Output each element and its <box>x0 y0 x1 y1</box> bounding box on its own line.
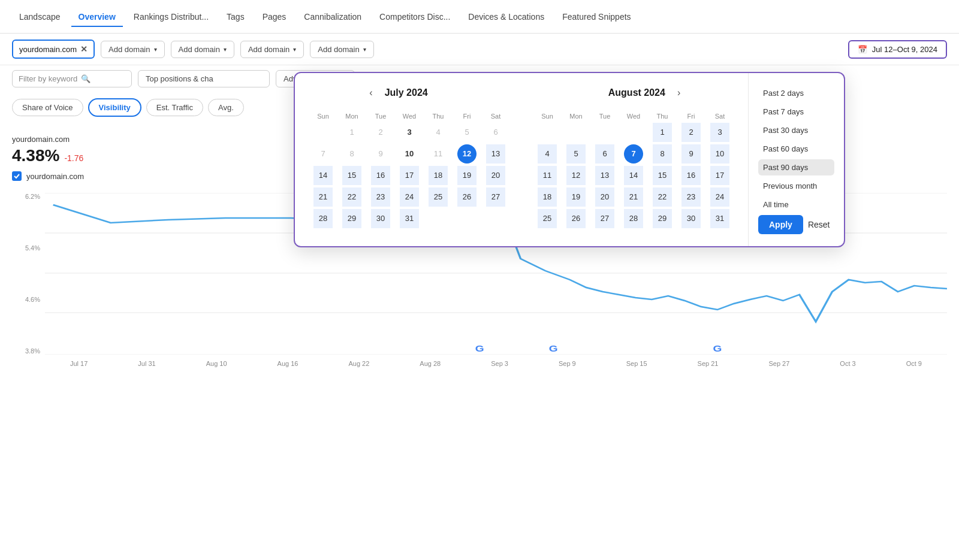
calendar-day[interactable]: 24 <box>710 187 729 207</box>
calendar-day-header: Sat <box>482 110 509 122</box>
calendar-day[interactable]: 11 <box>538 166 557 185</box>
preset-item[interactable]: Past 7 days <box>758 104 834 120</box>
add-domain-button-4[interactable]: Add domain▾ <box>310 41 373 58</box>
chevron-down-icon: ▾ <box>224 46 227 53</box>
nav-item-landscape[interactable]: Landscape <box>12 7 68 26</box>
calendar-day[interactable]: 27 <box>486 187 505 207</box>
calendar-day[interactable]: 31 <box>710 209 729 228</box>
calendar-day[interactable]: 23 <box>371 187 390 207</box>
nav-item-cannibalization[interactable]: Cannibalization <box>297 7 369 26</box>
calendar-day[interactable]: 3 <box>400 123 419 142</box>
calendar-day[interactable]: 30 <box>681 209 701 228</box>
calendar-day[interactable]: 2 <box>371 123 390 142</box>
calendar-day[interactable]: 17 <box>710 166 729 185</box>
calendar-day[interactable]: 25 <box>429 187 448 207</box>
nav-item-rankings[interactable]: Rankings Distribut... <box>126 7 216 26</box>
nav-item-competitors[interactable]: Competitors Disc... <box>372 7 457 26</box>
tab-traffic[interactable]: Est. Traffic <box>146 99 203 116</box>
tab-avg[interactable]: Avg. <box>208 99 244 116</box>
calendar-day[interactable]: 18 <box>538 187 557 207</box>
calendar-day[interactable]: 31 <box>400 209 419 228</box>
calendar-day[interactable]: 2 <box>681 123 701 142</box>
keyword-filter[interactable]: Filter by keyword🔍 <box>12 70 132 87</box>
calendar-day-header: Thu <box>649 110 676 122</box>
nav-item-overview[interactable]: Overview <box>71 7 123 26</box>
calendar-day[interactable]: 29 <box>342 209 361 228</box>
calendar-day[interactable]: 27 <box>595 209 614 228</box>
calendar-day[interactable]: 12 <box>566 166 586 185</box>
calendar-day[interactable]: 1 <box>653 123 672 142</box>
tab-sov[interactable]: Share of Voice <box>12 99 83 116</box>
calendar-day[interactable]: 12 <box>457 144 477 164</box>
calendar-day[interactable]: 20 <box>595 187 614 207</box>
calendar-day[interactable]: 5 <box>566 144 586 164</box>
apply-button[interactable]: Apply <box>758 215 803 234</box>
calendar-day[interactable]: 24 <box>400 187 419 207</box>
calendar-day[interactable]: 14 <box>624 166 643 185</box>
add-domain-button-2[interactable]: Add domain▾ <box>171 41 234 58</box>
calendar-day[interactable]: 8 <box>653 144 672 164</box>
calendar-day[interactable]: 21 <box>313 187 333 207</box>
calendar-day[interactable]: 7 <box>624 144 643 164</box>
tab-visibility[interactable]: Visibility <box>88 98 141 117</box>
calendar-day[interactable]: 17 <box>400 166 419 185</box>
calendar-day[interactable]: 16 <box>371 166 390 185</box>
calendar-day-header: Wed <box>396 110 423 122</box>
add-domain-button-1[interactable]: Add domain▾ <box>101 41 164 58</box>
calendar-day[interactable]: 13 <box>595 166 614 185</box>
calendar-day[interactable]: 18 <box>429 166 448 185</box>
calendar-day[interactable]: 22 <box>342 187 361 207</box>
calendar-day[interactable]: 19 <box>457 166 477 185</box>
left-calendar: ‹ July 2024 SunMonTueWedThuFriSat 123456… <box>309 85 509 234</box>
calendar-day[interactable]: 6 <box>486 123 505 142</box>
preset-item[interactable]: All time <box>758 196 834 213</box>
calendar-day[interactable]: 30 <box>371 209 390 228</box>
calendar-day[interactable]: 29 <box>653 209 672 228</box>
reset-button[interactable]: Reset <box>808 220 830 229</box>
calendar-day[interactable]: 3 <box>710 123 729 142</box>
calendar-day[interactable]: 23 <box>681 187 701 207</box>
calendar-day[interactable]: 26 <box>566 209 586 228</box>
nav-item-tags[interactable]: Tags <box>219 7 252 26</box>
calendar-day[interactable]: 13 <box>486 144 505 164</box>
calendar-day[interactable]: 26 <box>457 187 477 207</box>
preset-item[interactable]: Past 60 days <box>758 141 834 157</box>
calendar-day[interactable]: 4 <box>538 144 557 164</box>
preset-item[interactable]: Past 30 days <box>758 122 834 138</box>
nav-item-snippets[interactable]: Featured Snippets <box>555 7 638 26</box>
calendar-day[interactable]: 5 <box>457 123 477 142</box>
calendar-day[interactable]: 4 <box>429 123 448 142</box>
preset-item[interactable]: Previous month <box>758 178 834 194</box>
close-icon[interactable]: ✕ <box>80 44 88 54</box>
calendar-day[interactable]: 8 <box>342 144 361 164</box>
calendar-day[interactable]: 11 <box>429 144 448 164</box>
calendar-day[interactable]: 28 <box>624 209 643 228</box>
nav-item-pages[interactable]: Pages <box>255 7 294 26</box>
preset-item[interactable]: Past 2 days <box>758 85 834 101</box>
calendar-day[interactable]: 16 <box>681 166 701 185</box>
calendar-day[interactable]: 15 <box>342 166 361 185</box>
calendar-day[interactable]: 10 <box>710 144 729 164</box>
calendar-day[interactable]: 10 <box>400 144 419 164</box>
calendar-day[interactable]: 9 <box>681 144 701 164</box>
calendar-day[interactable]: 22 <box>653 187 672 207</box>
calendar-day[interactable]: 25 <box>538 209 557 228</box>
calendar-day[interactable]: 21 <box>624 187 643 207</box>
date-range-button[interactable]: 📅Jul 12–Oct 9, 2024 <box>848 40 947 59</box>
nav-item-devices[interactable]: Devices & Locations <box>461 7 551 26</box>
calendar-day[interactable]: 28 <box>313 209 333 228</box>
preset-item[interactable]: Past 90 days <box>758 159 834 175</box>
calendar-day[interactable]: 6 <box>595 144 614 164</box>
calendar-day[interactable]: 19 <box>566 187 586 207</box>
next-month-button[interactable]: › <box>672 85 685 101</box>
prev-month-button[interactable]: ‹ <box>364 85 377 101</box>
calendar-day[interactable]: 20 <box>486 166 505 185</box>
calendar-day[interactable]: 1 <box>342 123 361 142</box>
calendar-day[interactable]: 9 <box>371 144 390 164</box>
calendar-day[interactable]: 7 <box>313 144 333 164</box>
add-domain-button-3[interactable]: Add domain▾ <box>240 41 304 58</box>
calendar-day[interactable]: 14 <box>313 166 333 185</box>
chart-percentage: 4.38% <box>12 146 59 165</box>
calendar-day[interactable]: 15 <box>653 166 672 185</box>
positions-filter[interactable]: Top positions & cha <box>138 70 270 87</box>
